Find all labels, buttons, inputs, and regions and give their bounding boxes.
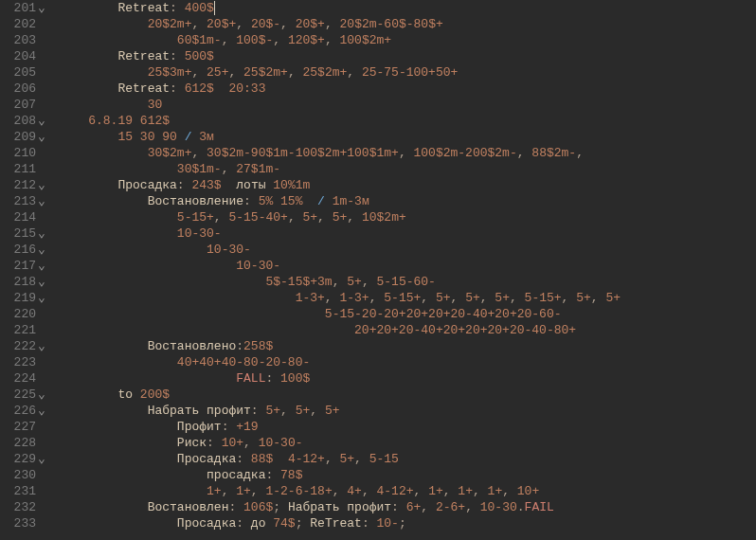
code-line[interactable]: 10-30- xyxy=(59,225,756,242)
token: 27$1m- xyxy=(236,162,280,176)
token: : xyxy=(251,404,266,418)
code-line[interactable]: Просадка: до 74$; ReTreat: 10-; xyxy=(59,515,756,531)
code-line[interactable]: 40+40+40-80-20-80- xyxy=(59,354,756,370)
line-number[interactable]: 225⌄ xyxy=(0,387,47,403)
line-number-gutter[interactable]: 201⌄202 203 204 205 206 207 208⌄209⌄210 … xyxy=(0,0,51,540)
line-number[interactable]: 213⌄ xyxy=(0,193,47,209)
code-line[interactable]: 30$1m-, 27$1m- xyxy=(59,161,756,177)
code-line[interactable]: Retreat: 500$ xyxy=(59,48,756,64)
code-line[interactable]: Retreat: 400$ xyxy=(59,0,756,16)
code-line[interactable]: 1+, 1+, 1-2-6-18+, 4+, 4-12+, 1+, 1+, 1+… xyxy=(59,483,756,499)
line-number[interactable]: 220 xyxy=(0,306,47,322)
line-number[interactable]: 232 xyxy=(0,499,47,515)
code-line[interactable]: Риск: 10+, 10-30- xyxy=(59,435,756,451)
code-line[interactable]: 60$1m-, 100$-, 120$+, 100$2m+ xyxy=(59,32,756,48)
line-number[interactable]: 209⌄ xyxy=(0,129,47,145)
token: 10$2m+ xyxy=(362,210,406,225)
code-line[interactable]: 1-3+, 1-3+, 5-15+, 5+, 5+, 5+, 5-15+, 5+… xyxy=(59,290,756,306)
code-area[interactable]: Retreat: 400$ 20$2m+, 20$+, 20$-, 20$+, … xyxy=(51,0,756,540)
fold-chevron-icon[interactable]: ⌄ xyxy=(36,129,47,145)
fold-chevron-icon[interactable]: ⌄ xyxy=(36,387,47,403)
line-number[interactable]: 223 xyxy=(0,354,47,370)
code-line[interactable]: 5$-15$+3m, 5+, 5-15-60- xyxy=(59,274,756,290)
line-number[interactable]: 229⌄ xyxy=(0,451,47,467)
line-number[interactable]: 218⌄ xyxy=(0,274,47,290)
code-line[interactable]: Набрать профит: 5+, 5+, 5+ xyxy=(59,403,756,419)
line-number[interactable]: 202 xyxy=(0,16,47,32)
fold-chevron-icon[interactable]: ⌄ xyxy=(36,451,47,467)
code-line[interactable]: 5-15+, 5-15-40+, 5+, 5+, 10$2m+ xyxy=(59,209,756,225)
line-number-value: 204 xyxy=(14,49,36,63)
token: , xyxy=(317,210,333,225)
fold-chevron-icon[interactable]: ⌄ xyxy=(36,290,47,306)
token: : xyxy=(170,81,185,96)
code-line[interactable]: 10-30- xyxy=(59,242,756,258)
line-number[interactable]: 211 xyxy=(0,161,47,177)
text-cursor xyxy=(214,1,215,15)
fold-chevron-icon[interactable]: ⌄ xyxy=(36,0,47,16)
line-number[interactable]: 215⌄ xyxy=(0,225,47,242)
code-line[interactable]: 25$3m+, 25+, 25$2m+, 25$2m+, 25-75-100+5… xyxy=(59,64,756,81)
line-number[interactable]: 219⌄ xyxy=(0,290,47,306)
code-line[interactable]: Просадка: 243$ лоты 10%1m xyxy=(59,177,756,193)
line-number[interactable]: 204 xyxy=(0,48,47,64)
code-editor[interactable]: 201⌄202 203 204 205 206 207 208⌄209⌄210 … xyxy=(0,0,756,540)
code-line[interactable]: Retreat: 612$ 20:33 xyxy=(59,81,756,97)
code-line[interactable]: 15 30 90 / 3м xyxy=(59,129,756,145)
code-line[interactable]: 30 xyxy=(59,97,756,113)
line-number[interactable]: 222⌄ xyxy=(0,338,47,354)
token: 10+ xyxy=(222,436,243,450)
token: , xyxy=(310,404,325,418)
token: 88$2m- xyxy=(531,146,576,160)
code-line[interactable]: Востановлено:258$ xyxy=(59,338,756,354)
fold-chevron-icon[interactable]: ⌄ xyxy=(36,177,47,193)
fold-chevron-icon[interactable]: ⌄ xyxy=(36,225,47,242)
code-line[interactable]: 6.8.19 612$ xyxy=(59,113,756,129)
token: : xyxy=(236,452,251,466)
line-number[interactable]: 233 xyxy=(0,515,47,531)
code-line[interactable]: 10-30- xyxy=(59,258,756,274)
line-number[interactable]: 230 xyxy=(0,467,47,483)
code-line[interactable]: Востановление: 5% 15% / 1m-3м xyxy=(59,193,756,209)
line-number[interactable]: 224 xyxy=(0,370,47,387)
fold-chevron-icon[interactable]: ⌄ xyxy=(36,258,47,274)
line-number[interactable]: 216⌄ xyxy=(0,242,47,258)
token: . xyxy=(517,500,525,514)
fold-chevron-icon[interactable]: ⌄ xyxy=(36,338,47,354)
line-number[interactable]: 217⌄ xyxy=(0,258,47,274)
token: 78$ xyxy=(280,468,302,482)
token: , xyxy=(333,275,348,289)
code-line[interactable]: Профит: +19 xyxy=(59,419,756,435)
line-number[interactable]: 212⌄ xyxy=(0,177,47,193)
line-number[interactable]: 214 xyxy=(0,209,47,225)
token: 100$2m-200$2m- xyxy=(414,146,517,160)
fold-chevron-icon[interactable]: ⌄ xyxy=(36,113,47,129)
code-line[interactable]: 30$2m+, 30$2m-90$1m-100$2m+100$1m+, 100$… xyxy=(59,145,756,161)
line-number[interactable]: 208⌄ xyxy=(0,113,47,129)
fold-chevron-icon[interactable]: ⌄ xyxy=(36,274,47,290)
code-line[interactable]: просадка: 78$ xyxy=(59,467,756,483)
line-number[interactable]: 210 xyxy=(0,145,47,161)
token: : xyxy=(391,500,406,514)
code-line[interactable]: 20+20+20-40+20+20+20+20-40-80+ xyxy=(59,322,756,338)
line-number[interactable]: 206 xyxy=(0,81,47,97)
fold-chevron-icon[interactable]: ⌄ xyxy=(36,403,47,419)
code-line[interactable]: Востановлен: 106$; Набрать профит: 6+, 2… xyxy=(59,499,756,515)
line-number[interactable]: 228 xyxy=(0,435,47,451)
code-line[interactable]: to 200$ xyxy=(59,387,756,403)
line-number[interactable]: 205 xyxy=(0,64,47,81)
code-line[interactable]: FALL: 100$ xyxy=(59,370,756,387)
line-number[interactable]: 231 xyxy=(0,483,47,499)
code-line[interactable]: 5-15-20-20+20+20+20-40+20+20-60- xyxy=(59,306,756,322)
code-line[interactable]: 20$2m+, 20$+, 20$-, 20$+, 20$2m-60$-80$+ xyxy=(59,16,756,32)
line-number[interactable]: 203 xyxy=(0,32,47,48)
fold-chevron-icon[interactable]: ⌄ xyxy=(36,242,47,258)
line-number[interactable]: 207 xyxy=(0,97,47,113)
line-number[interactable]: 227 xyxy=(0,419,47,435)
line-number-value: 231 xyxy=(14,484,36,498)
code-line[interactable]: Просадка: 88$ 4-12+, 5+, 5-15 xyxy=(59,451,756,467)
line-number[interactable]: 221 xyxy=(0,322,47,338)
line-number[interactable]: 201⌄ xyxy=(0,0,47,16)
fold-chevron-icon[interactable]: ⌄ xyxy=(36,193,47,209)
line-number[interactable]: 226⌄ xyxy=(0,403,47,419)
